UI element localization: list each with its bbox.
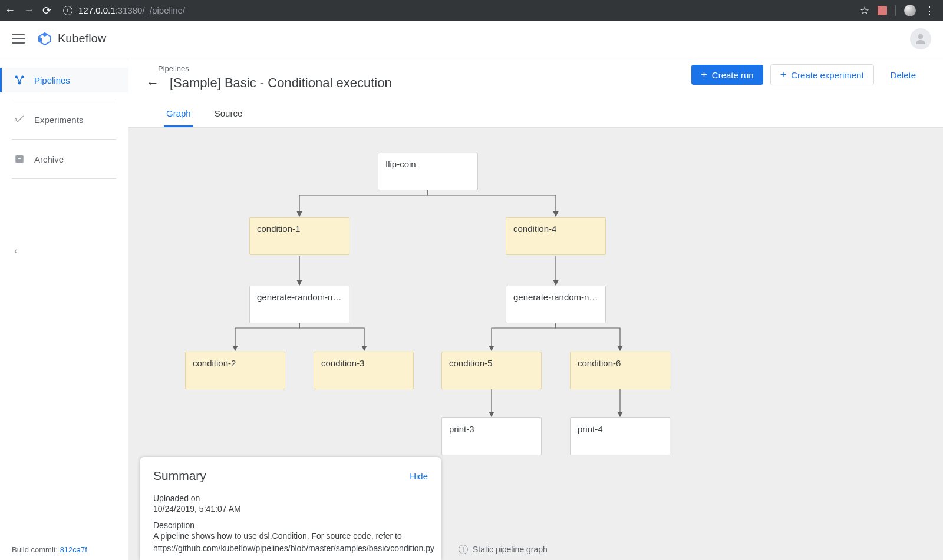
graph-node-generate-1[interactable]: generate-random-nu… [249,286,349,323]
build-commit-link[interactable]: 812ca7f [60,545,87,554]
page-header: Pipelines ← [Sample] Basic - Conditional… [128,57,943,128]
divider [12,178,116,179]
svg-marker-1 [42,33,48,37]
graph-node-condition-1[interactable]: condition-1 [249,217,349,255]
create-run-button[interactable]: +Create run [691,65,763,85]
graph-node-condition-4[interactable]: condition-4 [506,217,606,255]
extension-icon[interactable] [878,6,887,15]
bookmark-star-icon[interactable]: ☆ [860,4,869,17]
sidebar-item-experiments[interactable]: Experiments [0,107,128,132]
create-experiment-button[interactable]: +Create experiment [770,64,874,85]
plus-icon: + [780,69,787,80]
profile-avatar-icon[interactable] [904,5,916,16]
svg-point-3 [918,34,923,39]
graph-node-condition-6[interactable]: condition-6 [570,352,670,389]
browser-reload-icon[interactable]: ⟳ [42,4,51,17]
graph-node-condition-2[interactable]: condition-2 [185,352,285,389]
url-bar[interactable]: i 127.0.0.1:31380/_/pipeline/ [60,2,852,19]
build-commit: Build commit: 812ca7f [12,545,87,554]
description-value: A pipeline shows how to use dsl.Conditio… [153,530,428,554]
sidebar-item-archive[interactable]: Archive [0,147,128,171]
tab-graph[interactable]: Graph [164,102,193,127]
graph-node-flip-coin[interactable]: flip-coin [378,153,478,190]
info-icon: i [459,545,468,554]
kubeflow-logo-icon [38,32,52,46]
summary-title: Summary [153,469,206,483]
sidebar-item-pipelines[interactable]: Pipelines [0,68,128,92]
sidebar-item-label: Pipelines [34,75,70,85]
graph-node-print-4[interactable]: print-4 [570,417,670,455]
app-header: Kubeflow [0,21,943,57]
graph-node-condition-5[interactable]: condition-5 [441,352,542,389]
divider [12,100,116,100]
svg-point-6 [18,82,21,85]
uploaded-value: 10/24/2019, 5:41:07 AM [153,503,428,515]
delete-button[interactable]: Delete [881,65,925,85]
main: Pipelines ← [Sample] Basic - Conditional… [128,57,943,560]
svg-rect-8 [18,158,21,160]
plus-icon: + [701,69,707,80]
svg-marker-2 [39,37,42,42]
experiments-icon [14,114,25,125]
static-graph-note: i Static pipeline graph [459,545,548,554]
tabs: Graph Source [146,102,925,127]
url-text: 127.0.0.1:31380/_/pipeline/ [78,5,185,15]
brand-name: Kubeflow [58,32,106,45]
browser-menu-icon[interactable]: ⋮ [924,4,935,17]
summary-panel: Summary Hide Uploaded on 10/24/2019, 5:4… [140,457,441,560]
pipelines-icon [14,75,25,85]
back-arrow-icon[interactable]: ← [146,75,159,91]
sidebar-item-label: Experiments [34,115,83,125]
user-avatar-icon[interactable] [910,28,931,49]
description-label: Description [153,521,428,530]
page-title: [Sample] Basic - Conditional execution [170,75,392,91]
info-icon[interactable]: i [63,6,72,15]
hamburger-menu-icon[interactable] [12,34,25,44]
graph-canvas[interactable]: flip-coin condition-1 condition-4 genera… [128,128,943,560]
collapse-sidebar-icon[interactable]: ‹ [14,246,17,256]
sidebar-item-label: Archive [34,154,64,164]
brand[interactable]: Kubeflow [38,32,106,46]
graph-node-generate-2[interactable]: generate-random-nu… [506,286,606,323]
page-actions: +Create run +Create experiment Delete [691,64,925,85]
uploaded-label: Uploaded on [153,493,428,503]
breadcrumb[interactable]: Pipelines [158,64,392,73]
divider [895,5,896,16]
hide-summary-button[interactable]: Hide [410,471,428,481]
graph-node-condition-3[interactable]: condition-3 [314,352,414,389]
archive-icon [14,154,25,164]
tab-source[interactable]: Source [212,102,245,127]
sidebar: Pipelines Experiments Archive ‹ Build co… [0,57,128,560]
browser-chrome: ← → ⟳ i 127.0.0.1:31380/_/pipeline/ ☆ ⋮ [0,0,943,21]
divider [12,139,116,140]
graph-node-print-3[interactable]: print-3 [441,417,542,455]
browser-back-icon[interactable]: ← [5,4,15,16]
browser-forward-icon: → [24,4,34,16]
